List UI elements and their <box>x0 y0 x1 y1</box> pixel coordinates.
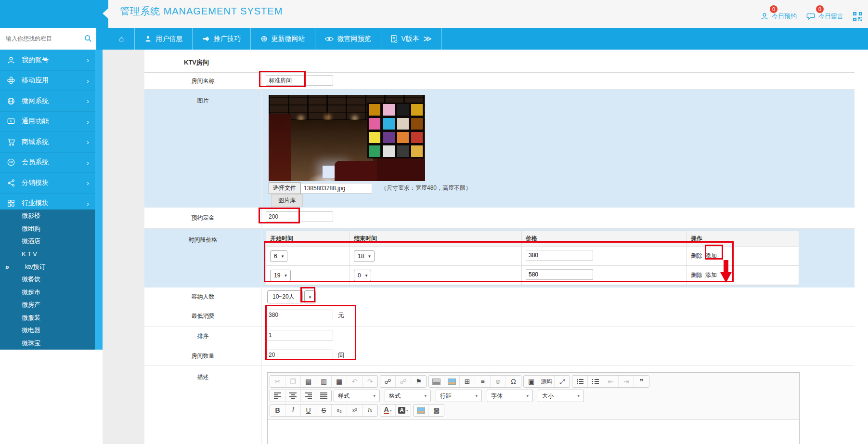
align-left-icon[interactable] <box>270 390 285 402</box>
submenu-item-realestate[interactable]: 微房产 <box>0 299 95 311</box>
sidebar-edge-strip <box>95 50 103 350</box>
paste-icon[interactable]: ▤ <box>301 376 316 387</box>
submenu-item-jewelry[interactable]: 微珠宝 <box>0 337 95 349</box>
share-icon <box>6 179 16 187</box>
delete-link[interactable]: 删除 <box>691 271 702 279</box>
source-code-button[interactable]: 源码 <box>539 376 555 387</box>
table-icon[interactable]: ⊞ <box>460 376 475 387</box>
link-icon[interactable]: ☍ <box>380 376 396 387</box>
unlink-icon[interactable]: ☍ <box>396 376 411 387</box>
format-dropdown[interactable]: 格式 ▾ <box>385 390 431 402</box>
add-link[interactable]: 添加 <box>705 271 717 279</box>
sidebar-item-general-functions[interactable]: 通用功能 › <box>0 111 95 132</box>
indent-icon[interactable]: ⇥ <box>619 376 634 387</box>
price-input[interactable] <box>526 269 593 280</box>
room-count-input[interactable] <box>266 350 333 360</box>
copy-icon[interactable]: ❐ <box>285 376 301 387</box>
sidebar-item-distribution[interactable]: 分销模块 › <box>0 172 95 193</box>
ordered-list-icon[interactable] <box>572 376 588 387</box>
sort-input[interactable] <box>266 330 333 340</box>
submenu-item-hotel[interactable]: 微酒店 <box>0 235 95 248</box>
bullet-list-icon[interactable] <box>588 376 603 387</box>
nav-version[interactable]: V版本 ≫ <box>381 28 442 50</box>
hr-icon[interactable]: ≡ <box>475 376 491 387</box>
sidebar-item-mobile-apps[interactable]: 移动应用 › <box>0 70 95 91</box>
min-spend-input[interactable] <box>266 310 333 320</box>
align-right-icon[interactable] <box>301 390 316 402</box>
search-icon[interactable] <box>84 34 92 43</box>
special-char-icon[interactable]: Ω <box>506 376 521 387</box>
submenu-item-clothing[interactable]: 微服装 <box>0 312 95 324</box>
sidebar-item-mall-system[interactable]: 商城系统 › <box>0 131 95 152</box>
select-caret-icon: ▾ <box>365 273 368 278</box>
align-justify-icon[interactable] <box>316 390 331 402</box>
submenu-item-supermarket[interactable]: 微超市 <box>0 286 95 299</box>
remove-format-button[interactable]: Ix <box>363 405 377 416</box>
submenu-item-ktv-booking[interactable]: » ktv预订 <box>0 261 95 273</box>
superscript-button[interactable]: x² <box>347 405 363 416</box>
line-height-dropdown[interactable]: 行距 ▾ <box>436 390 482 402</box>
outdent-icon[interactable]: ⇤ <box>603 376 619 387</box>
paste-text-icon[interactable]: ▥ <box>316 376 332 387</box>
submenu-item-ktv[interactable]: K T V <box>0 248 95 260</box>
blockquote-icon[interactable]: ❞ <box>634 376 649 387</box>
nav-user-info[interactable]: 用户信息 <box>135 28 193 50</box>
capacity-select[interactable]: 10~20人 ▾ <box>267 290 316 303</box>
gallery-button[interactable]: 图片库 <box>271 194 303 207</box>
editor-content-area[interactable] <box>268 420 799 444</box>
italic-button[interactable]: I <box>285 405 301 416</box>
qr-code-icon[interactable] <box>853 12 862 21</box>
submenu-item-photo-studio[interactable]: 微影楼 <box>0 209 95 222</box>
subscript-button[interactable]: x₂ <box>332 405 347 416</box>
end-time-select[interactable]: 0 ▾ <box>354 270 371 281</box>
redo-icon[interactable]: ↷ <box>363 376 377 387</box>
nav-home[interactable]: ⌂ <box>108 28 135 50</box>
end-time-select[interactable]: 18 ▾ <box>354 250 375 262</box>
anchor-icon[interactable]: ⚑ <box>411 376 426 387</box>
underline-button[interactable]: U <box>301 405 316 416</box>
sidebar-item-micro-site[interactable]: 微网系统 › <box>0 91 95 111</box>
start-time-select[interactable]: 6 ▾ <box>270 250 287 262</box>
submenu-item-restaurant[interactable]: 微餐饮 <box>0 273 95 286</box>
sidebar-item-member-system[interactable]: VIP 会员系统 › <box>0 152 95 173</box>
nav-promo-tips[interactable]: 推广技巧 <box>193 28 251 50</box>
start-time-select[interactable]: 19 ▾ <box>270 270 291 281</box>
table-row: 6 ▾ 18 ▾ <box>266 247 799 266</box>
room-name-input[interactable] <box>266 75 333 86</box>
watermark-button[interactable]: ▩ <box>429 405 444 416</box>
chevron-right-icon: › <box>87 199 89 208</box>
sidebar-item-my-account[interactable]: 我的账号 › <box>0 50 95 70</box>
cut-icon[interactable]: ✂ <box>270 376 285 387</box>
ktv-room-form: 房间名称 图片 <box>144 72 855 444</box>
image-icon[interactable] <box>429 376 444 387</box>
size-dropdown[interactable]: 大小 ▾ <box>538 390 584 402</box>
strikethrough-button[interactable]: S <box>316 405 332 416</box>
paste-word-icon[interactable]: ▦ <box>332 376 347 387</box>
insert-image-button[interactable] <box>414 405 429 416</box>
align-center-icon[interactable] <box>285 390 301 402</box>
search-area <box>0 28 108 50</box>
bold-button[interactable]: B <box>270 405 285 416</box>
smiley-icon[interactable]: ☺ <box>491 376 506 387</box>
add-link[interactable]: 添加 <box>705 252 717 260</box>
undo-icon[interactable]: ↶ <box>347 376 363 387</box>
deposit-input[interactable] <box>266 211 333 222</box>
submenu-item-appliance[interactable]: 微电器 <box>0 324 95 337</box>
price-input[interactable] <box>526 250 593 261</box>
submenu-item-group-buy[interactable]: 微团购 <box>0 222 95 235</box>
today-booking[interactable]: 0 今日预约 <box>760 7 797 21</box>
maximize-icon[interactable]: ⤢ <box>555 376 570 387</box>
nav-site-preview[interactable]: 微官网预览 <box>315 28 381 50</box>
source-doc-icon[interactable]: ▣ <box>524 376 539 387</box>
font-dropdown[interactable]: 字体 ▾ <box>487 390 533 402</box>
search-input[interactable] <box>5 28 84 49</box>
text-color-button[interactable]: A▾ <box>380 405 396 416</box>
delete-link[interactable]: 删除 <box>691 252 702 260</box>
nav-update-site[interactable]: ⊕ 更新微网站 <box>251 28 315 50</box>
select-caret-icon[interactable]: ▾ <box>304 290 316 303</box>
bg-color-button[interactable]: A▾ <box>396 405 411 416</box>
style-dropdown[interactable]: 样式 ▾ <box>334 390 380 402</box>
image-color-icon[interactable] <box>444 376 460 387</box>
today-message[interactable]: 0 今日留言 <box>806 7 843 21</box>
choose-file-button[interactable]: 选择文件 <box>269 182 300 194</box>
